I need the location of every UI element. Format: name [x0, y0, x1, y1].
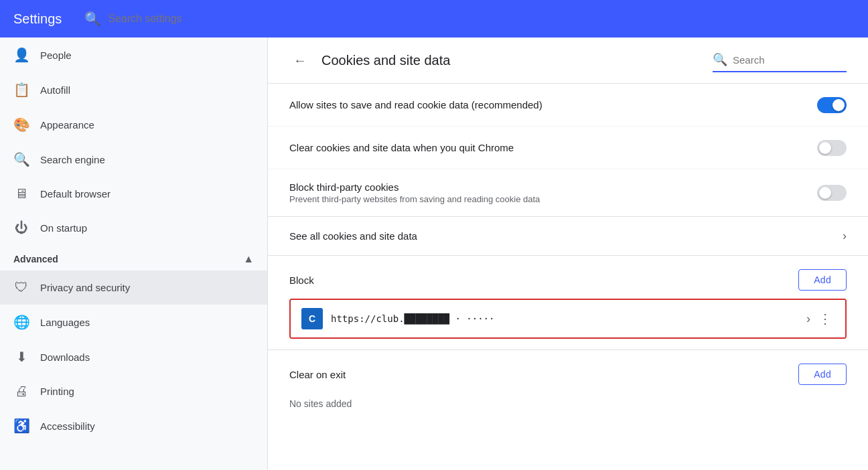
- no-sites-label: No sites added: [289, 393, 847, 414]
- person-icon: 👤: [13, 47, 29, 63]
- appearance-icon: 🎨: [13, 116, 29, 133]
- sidebar-label-search-engine: Search engine: [40, 154, 254, 165]
- see-all-label: See all cookies and site data: [289, 230, 417, 242]
- autofill-icon: 📋: [13, 82, 29, 98]
- sidebar-item-autofill[interactable]: 📋 Autofill: [0, 72, 267, 107]
- sidebar-label-default-browser: Default browser: [40, 188, 254, 200]
- content-search[interactable]: 🔍: [713, 48, 847, 72]
- setting-allow-cookies: Allow sites to save and read cookie data…: [268, 84, 868, 127]
- sidebar-item-downloads[interactable]: ⬇ Downloads: [0, 339, 267, 374]
- setting-block-third-party: Block third-party cookies Prevent third-…: [268, 169, 868, 216]
- block-header: Block Add: [289, 269, 847, 291]
- sidebar-item-on-startup[interactable]: ⏻ On startup: [0, 211, 267, 245]
- printing-icon: 🖨: [13, 384, 29, 399]
- sidebar-item-accessibility[interactable]: ♿ Accessibility: [0, 408, 267, 443]
- content-search-input[interactable]: [733, 54, 840, 66]
- allow-cookies-toggle[interactable]: [817, 97, 847, 113]
- block-add-button[interactable]: Add: [798, 269, 847, 291]
- top-bar: Settings 🔍: [0, 0, 868, 37]
- sidebar-label-accessibility: Accessibility: [40, 420, 254, 432]
- sidebar-item-languages[interactable]: 🌐 Languages: [0, 305, 267, 339]
- block-third-party-sublabel: Prevent third-party websites from saving…: [289, 194, 817, 204]
- downloads-icon: ⬇: [13, 349, 29, 365]
- clear-on-exit-section: Clear on exit Add No sites added: [268, 349, 868, 414]
- blocked-item-more-icon[interactable]: ⋮: [816, 308, 835, 329]
- privacy-icon: 🛡: [13, 280, 29, 295]
- block-third-party-label: Block third-party cookies: [289, 181, 817, 193]
- sidebar-label-on-startup: On startup: [40, 222, 254, 234]
- setting-clear-on-quit: Clear cookies and site data when you qui…: [268, 127, 868, 169]
- sidebar-item-search-engine[interactable]: 🔍 Search engine: [0, 142, 267, 177]
- clear-header: Clear on exit Add: [289, 364, 847, 385]
- default-browser-icon: 🖥: [13, 186, 29, 202]
- advanced-arrow-icon: ▲: [243, 253, 254, 265]
- sidebar-item-default-browser[interactable]: 🖥 Default browser: [0, 177, 267, 211]
- languages-icon: 🌐: [13, 314, 29, 330]
- accessibility-icon: ♿: [13, 418, 29, 434]
- main-layout: 👤 People 📋 Autofill 🎨 Appearance 🔍 Searc…: [0, 37, 868, 470]
- content-search-icon: 🔍: [713, 52, 727, 67]
- sidebar-label-autofill: Autofill: [40, 84, 254, 96]
- block-label: Block: [289, 275, 314, 286]
- header-left: ← Cookies and site data: [289, 49, 450, 72]
- clear-on-quit-label: Clear cookies and site data when you qui…: [289, 142, 817, 153]
- advanced-label: Advanced: [13, 254, 58, 264]
- clear-on-exit-label: Clear on exit: [289, 369, 346, 380]
- top-search-icon: 🔍: [84, 11, 101, 27]
- page-title: Cookies and site data: [321, 53, 450, 68]
- sidebar-item-appearance[interactable]: 🎨 Appearance: [0, 107, 267, 142]
- search-engine-icon: 🔍: [13, 151, 29, 167]
- content-header: ← Cookies and site data 🔍: [268, 37, 868, 84]
- sidebar-label-people: People: [40, 50, 254, 61]
- site-icon-letter: C: [309, 313, 315, 324]
- sidebar-item-people[interactable]: 👤 People: [0, 37, 267, 72]
- top-search-bar[interactable]: 🔍: [84, 11, 855, 27]
- main-content: ← Cookies and site data 🔍 Allow sites to…: [268, 37, 868, 470]
- blocked-item: C https://club.████████ · ····· › ⋮: [291, 300, 845, 337]
- block-third-party-toggle[interactable]: [817, 185, 847, 201]
- back-button[interactable]: ←: [289, 49, 311, 72]
- sidebar-label-downloads: Downloads: [40, 351, 254, 363]
- advanced-section[interactable]: Advanced ▲: [0, 245, 267, 270]
- blocked-item-arrow-icon[interactable]: ›: [804, 309, 813, 329]
- site-favicon: C: [301, 308, 323, 329]
- see-all-cookies-row[interactable]: See all cookies and site data ›: [268, 217, 868, 256]
- sidebar-label-privacy: Privacy and security: [40, 282, 254, 293]
- sidebar-label-languages: Languages: [40, 317, 254, 328]
- sidebar-label-appearance: Appearance: [40, 119, 254, 131]
- sidebar-item-printing[interactable]: 🖨 Printing: [0, 374, 267, 408]
- blocked-item-wrapper: C https://club.████████ · ····· › ⋮: [289, 299, 847, 339]
- clear-on-quit-toggle[interactable]: [817, 140, 847, 156]
- toggle-settings: Allow sites to save and read cookie data…: [268, 84, 868, 217]
- startup-icon: ⏻: [13, 220, 29, 236]
- top-search-input[interactable]: [108, 13, 855, 25]
- clear-add-button[interactable]: Add: [798, 364, 847, 385]
- sidebar: 👤 People 📋 Autofill 🎨 Appearance 🔍 Searc…: [0, 37, 268, 470]
- see-all-arrow-icon: ›: [843, 229, 847, 243]
- site-url: https://club.████████ · ·····: [331, 313, 796, 324]
- block-section: Block Add C https://club.████████ · ····…: [268, 256, 868, 339]
- sidebar-label-printing: Printing: [40, 386, 254, 397]
- app-title: Settings: [13, 11, 62, 27]
- allow-cookies-label: Allow sites to save and read cookie data…: [289, 99, 817, 110]
- sidebar-item-privacy[interactable]: 🛡 Privacy and security: [0, 270, 267, 305]
